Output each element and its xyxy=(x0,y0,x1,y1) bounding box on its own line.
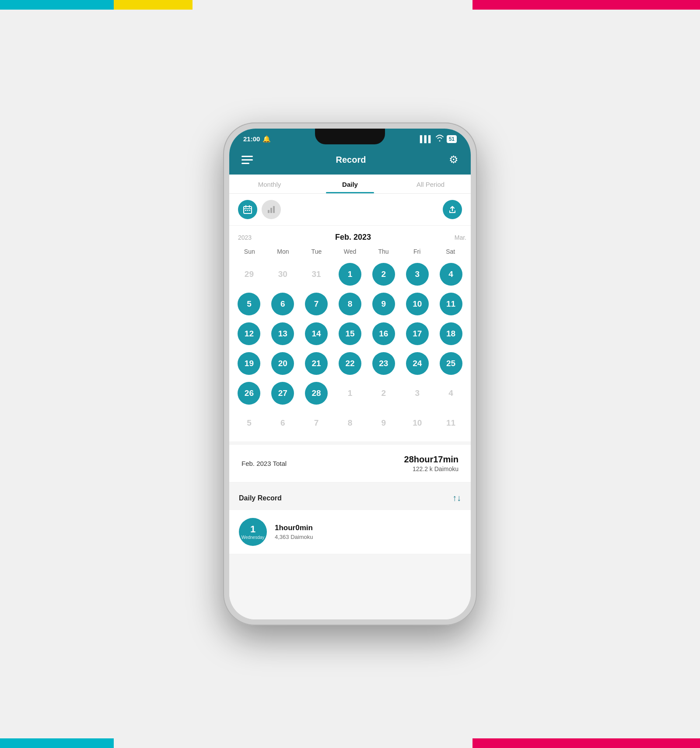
summary-total-daimoku: 122.2 k Daimoku xyxy=(404,465,458,472)
day-7-next: 7 xyxy=(305,412,328,434)
day-cell-17[interactable]: 17 xyxy=(401,320,434,348)
day-28: 28 xyxy=(305,382,328,405)
day-1: 1 xyxy=(339,263,361,286)
day-cell[interactable]: 4 xyxy=(434,379,467,407)
day-header-wed: Wed xyxy=(333,246,367,257)
sort-button[interactable]: ↑↓ xyxy=(452,493,461,503)
day-10: 10 xyxy=(406,293,429,315)
day-cell-28[interactable]: 28 xyxy=(300,379,333,407)
day-cell[interactable]: 30 xyxy=(266,260,299,288)
day-cell[interactable]: 10 xyxy=(401,409,434,437)
status-time-area: 21:00 🔔 xyxy=(243,135,271,143)
day-cell-19[interactable]: 19 xyxy=(233,350,266,377)
hamburger-line-3 xyxy=(242,163,249,164)
day-cell-26[interactable]: 26 xyxy=(233,379,266,407)
day-header-tue: Tue xyxy=(300,246,333,257)
day-cell-25[interactable]: 25 xyxy=(434,350,467,377)
day-cell-15[interactable]: 15 xyxy=(334,320,367,348)
day-cell-2[interactable]: 2 xyxy=(367,260,400,288)
day-cell[interactable]: 6 xyxy=(266,409,299,437)
day-6-next: 6 xyxy=(271,412,294,434)
day-8-next: 8 xyxy=(339,412,361,434)
day-16: 16 xyxy=(372,322,395,345)
summary-period-label: Feb. 2023 Total xyxy=(242,460,287,467)
day-26: 26 xyxy=(238,382,260,405)
tab-daily-label: Daily xyxy=(342,181,358,188)
day-cell-7[interactable]: 7 xyxy=(300,290,333,318)
day-23: 23 xyxy=(372,352,395,375)
day-2-next: 2 xyxy=(372,382,395,405)
day-cell-3[interactable]: 3 xyxy=(401,260,434,288)
day-4: 4 xyxy=(440,263,462,286)
day-cell-22[interactable]: 22 xyxy=(334,350,367,377)
day-cell-24[interactable]: 24 xyxy=(401,350,434,377)
hamburger-line-2 xyxy=(242,159,253,161)
day-header-mon: Mon xyxy=(266,246,300,257)
svg-rect-2 xyxy=(247,210,248,211)
record-date-circle: 1 Wednesday xyxy=(239,518,267,546)
day-21: 21 xyxy=(305,352,328,375)
day-header-sat: Sat xyxy=(434,246,467,257)
day-cell-27[interactable]: 27 xyxy=(266,379,299,407)
day-cell[interactable]: 2 xyxy=(367,379,400,407)
day-cell-16[interactable]: 16 xyxy=(367,320,400,348)
daily-record-item[interactable]: 1 Wednesday 1hour0min 4,363 Daimoku xyxy=(229,510,471,554)
day-cell[interactable]: 7 xyxy=(300,409,333,437)
day-cell-6[interactable]: 6 xyxy=(266,290,299,318)
battery-indicator: 51 xyxy=(447,135,457,143)
day-cell[interactable]: 5 xyxy=(233,409,266,437)
day-cell-8[interactable]: 8 xyxy=(334,290,367,318)
day-2: 2 xyxy=(372,263,395,286)
day-header-sun: Sun xyxy=(233,246,266,257)
svg-rect-1 xyxy=(245,210,246,211)
day-cell-11[interactable]: 11 xyxy=(434,290,467,318)
tab-all-period[interactable]: All Period xyxy=(390,181,471,193)
status-time: 21:00 xyxy=(243,135,260,143)
day-cell-4[interactable]: 4 xyxy=(434,260,467,288)
day-cell[interactable]: 3 xyxy=(401,379,434,407)
tabs-bar: Monthly Daily All Period xyxy=(229,175,471,194)
chart-view-button[interactable] xyxy=(262,200,281,219)
day-cell-14[interactable]: 14 xyxy=(300,320,333,348)
tab-daily[interactable]: Daily xyxy=(310,181,390,193)
settings-icon[interactable]: ⚙ xyxy=(449,154,458,166)
record-time: 1hour0min xyxy=(275,524,461,532)
day-cell[interactable]: 31 xyxy=(300,260,333,288)
day-3-next: 3 xyxy=(406,382,429,405)
day-cell[interactable]: 11 xyxy=(434,409,467,437)
day-cell-21[interactable]: 21 xyxy=(300,350,333,377)
day-24: 24 xyxy=(406,352,429,375)
share-button[interactable] xyxy=(443,200,462,219)
day-14: 14 xyxy=(305,322,328,345)
day-cell-13[interactable]: 13 xyxy=(266,320,299,348)
day-cell-12[interactable]: 12 xyxy=(233,320,266,348)
day-cell-1[interactable]: 1 xyxy=(334,260,367,288)
tab-all-period-label: All Period xyxy=(416,181,444,188)
tab-monthly[interactable]: Monthly xyxy=(229,181,310,193)
svg-rect-3 xyxy=(249,210,250,211)
day-cell[interactable]: 29 xyxy=(233,260,266,288)
record-date-number: 1 xyxy=(250,524,256,534)
day-17: 17 xyxy=(406,322,429,345)
day-12: 12 xyxy=(238,322,260,345)
phone-notch xyxy=(315,129,385,144)
tab-monthly-label: Monthly xyxy=(258,181,281,188)
day-cell[interactable]: 9 xyxy=(367,409,400,437)
day-cell-20[interactable]: 20 xyxy=(266,350,299,377)
day-8: 8 xyxy=(339,293,361,315)
menu-button[interactable] xyxy=(242,156,253,164)
record-daimoku: 4,363 Daimoku xyxy=(275,534,461,540)
day-cell-18[interactable]: 18 xyxy=(434,320,467,348)
day-cell[interactable]: 1 xyxy=(334,379,367,407)
calendar-grid: Sun Mon Tue Wed Thu Fri Sat 29 30 31 xyxy=(229,246,471,437)
day-cell-23[interactable]: 23 xyxy=(367,350,400,377)
daily-record-section-header: Daily Record ↑↓ xyxy=(229,486,471,510)
day-cell[interactable]: 8 xyxy=(334,409,367,437)
day-cell-9[interactable]: 9 xyxy=(367,290,400,318)
day-cell-10[interactable]: 10 xyxy=(401,290,434,318)
summary-values: 28hour17min 122.2 k Daimoku xyxy=(404,454,458,472)
day-5: 5 xyxy=(238,293,260,315)
content-area: 2023 Feb. 2023 Mar. Sun Mon Tue Wed Thu … xyxy=(229,194,471,619)
day-cell-5[interactable]: 5 xyxy=(233,290,266,318)
calendar-view-button[interactable] xyxy=(238,200,257,219)
